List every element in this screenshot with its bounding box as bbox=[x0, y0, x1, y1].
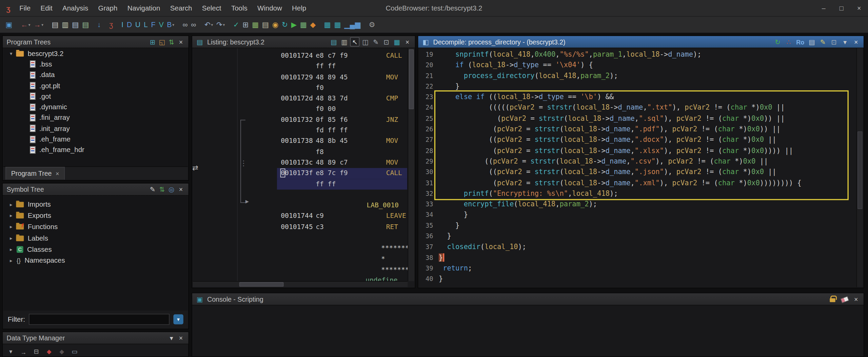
target-icon[interactable]: ◎ bbox=[167, 185, 176, 194]
edit-icon[interactable]: ✎ bbox=[818, 37, 828, 46]
dragon-icon[interactable]: ʒ bbox=[108, 19, 114, 31]
listing-line-00101745[interactable]: 00101745c3RET bbox=[193, 222, 407, 232]
tree-item-init_array[interactable]: .init_array bbox=[3, 123, 188, 134]
decompile-line-28[interactable]: 28 (pcVar2 = strstr(local_18->d_name,".x… bbox=[419, 146, 856, 156]
run-script-icon[interactable]: ▶ bbox=[290, 19, 298, 31]
menu-select[interactable]: Select bbox=[197, 0, 226, 16]
listing-line-00101738[interactable]: 0010173848 8b 45MOV bbox=[193, 136, 407, 147]
dark-tool-icon[interactable]: ◆ bbox=[57, 347, 66, 357]
listing-line[interactable]: undefine bbox=[193, 275, 407, 281]
tab-close-icon[interactable]: × bbox=[56, 170, 59, 177]
letter-i-icon[interactable]: I bbox=[120, 19, 124, 31]
sync-icon[interactable]: ↻ bbox=[773, 37, 783, 46]
expand-arrows-icon[interactable]: ⇅ bbox=[157, 185, 167, 194]
listing-line-00101724[interactable]: 00101724e8 c7 f9CALL bbox=[193, 51, 407, 61]
decompile-line-24[interactable]: 24 (((((pcVar2 = strstr(local_18->d_name… bbox=[419, 103, 856, 114]
memory-map-icon[interactable]: ▦ bbox=[299, 19, 308, 31]
decompile-line-27[interactable]: 27 ((pcVar2 = strstr(local_18->d_name,".… bbox=[419, 135, 856, 146]
listing-line[interactable] bbox=[193, 189, 407, 200]
letter-d-icon[interactable]: D bbox=[125, 19, 133, 31]
ro-button[interactable]: Ro bbox=[795, 37, 806, 46]
listing-line[interactable]: fd ff ff bbox=[193, 125, 407, 136]
cursor-arrow-icon[interactable]: ↖ bbox=[350, 37, 359, 46]
snapshot-icon[interactable]: ⊡ bbox=[382, 37, 391, 46]
decompile-line-22[interactable]: 22 } bbox=[419, 81, 856, 92]
paste-icon[interactable]: ▥ bbox=[61, 19, 70, 31]
validate-icon[interactable]: ✓ bbox=[232, 19, 240, 31]
symbol-tree-item-exports[interactable]: ▸Exports bbox=[3, 210, 188, 221]
decompile-line-29[interactable]: 29 ((pcVar2 = strstr(local_18->d_name,".… bbox=[419, 156, 856, 167]
listing-vscroll-thumb[interactable] bbox=[409, 49, 414, 109]
listing-line[interactable]: f8 bbox=[193, 147, 407, 157]
back-icon[interactable]: ←▾ bbox=[20, 19, 32, 31]
listing-line-0010172d[interactable]: 0010172d48 83 7dCMP bbox=[193, 93, 407, 104]
tree-item-bss[interactable]: .bss bbox=[3, 59, 188, 70]
listing-line-00101732[interactable]: 001017320f 85 f6JNZ bbox=[193, 115, 407, 126]
listing-line[interactable]: f0 00 bbox=[193, 104, 407, 115]
menu-analysis[interactable]: Analysis bbox=[57, 0, 93, 16]
letter-u-icon[interactable]: U bbox=[134, 19, 142, 31]
decompile-line-34[interactable]: 34 } bbox=[419, 210, 856, 221]
decompile-view[interactable]: 19 snprintf(local_418,0x400,"%s/%s",para… bbox=[419, 48, 863, 287]
register-view-icon[interactable]: ▦ bbox=[333, 19, 342, 31]
listing-line[interactable]: ff ff bbox=[193, 61, 407, 72]
filter-config-icon[interactable]: ▼ bbox=[173, 314, 183, 324]
red-tool-icon[interactable]: ◆ bbox=[44, 347, 54, 357]
decompile-line-19[interactable]: 19 snprintf(local_418,0x400,"%s/%s",para… bbox=[419, 49, 856, 60]
forward-icon[interactable]: → bbox=[19, 347, 28, 357]
disassemble-arrow-icon[interactable]: ↓ bbox=[96, 19, 102, 31]
symbol-tree-item-functions[interactable]: ▸fFunctions bbox=[3, 221, 188, 232]
decompile-line-30[interactable]: 30 ((pcVar2 = strstr(local_18->d_name,".… bbox=[419, 167, 856, 178]
script-manager-icon[interactable]: ▦ bbox=[251, 19, 260, 31]
decompile-line-31[interactable]: 31 (pcVar2 = strstr(local_18->d_name,".x… bbox=[419, 178, 856, 189]
notepad-icon[interactable]: ▤ bbox=[261, 19, 270, 31]
expand-arrows-icon[interactable]: ⇅ bbox=[167, 37, 176, 46]
memory-map-icon[interactable]: ▦ bbox=[392, 37, 402, 46]
listing-line[interactable]: ******** bbox=[193, 243, 407, 254]
save-icon[interactable]: ▣ bbox=[4, 19, 14, 31]
graph-icon[interactable]: ∴ bbox=[784, 37, 793, 46]
undo-icon[interactable]: ↶▾ bbox=[203, 19, 214, 31]
coin-icon[interactable]: ◉ bbox=[271, 19, 279, 31]
symbol-tree-item-imports[interactable]: ▸Imports bbox=[3, 199, 188, 210]
tree-item-eh_frame_hdr[interactable]: .eh_frame_hdr bbox=[3, 145, 188, 155]
decompile-line-39[interactable]: 39 return; bbox=[419, 263, 856, 274]
lock-icon[interactable] bbox=[828, 294, 837, 304]
listing-line[interactable]: f0 bbox=[193, 82, 407, 93]
page-refresh-icon[interactable]: ▤ bbox=[81, 19, 90, 31]
gear-icon[interactable]: ⚙ bbox=[368, 19, 376, 31]
menu-tools[interactable]: Tools bbox=[226, 0, 252, 16]
decompile-line-21[interactable]: 21 process_directory(local_418,param_2); bbox=[419, 71, 856, 81]
listing-line-0010173c[interactable]: 0010173c48 89 c7MOV bbox=[193, 157, 407, 168]
listing-view[interactable]: ▶ ⋮ 00101724e8 c7 f9CALLff ff0010172948 … bbox=[193, 48, 414, 281]
decompile-line-23[interactable]: 23 else if ((local_18->d_type == '\b') &… bbox=[419, 92, 856, 103]
columns-icon[interactable]: ◫ bbox=[361, 37, 370, 46]
close-window-icon[interactable]: × bbox=[850, 0, 868, 16]
tree-root-bescrypt[interactable]: ▾bescrypt3.2 bbox=[3, 48, 188, 59]
tree-item-fini_array[interactable]: .fini_array bbox=[3, 112, 188, 123]
letter-f-icon[interactable]: F bbox=[150, 19, 157, 31]
letter-b-icon[interactable]: B▾ bbox=[166, 19, 175, 31]
paste-icon[interactable]: ▥ bbox=[339, 37, 349, 46]
chevron-down-icon[interactable]: ▾ bbox=[840, 37, 850, 46]
refresh-icon[interactable]: ↻ bbox=[281, 19, 289, 31]
close-icon[interactable]: × bbox=[403, 37, 412, 46]
decompile-line-40[interactable]: 40} bbox=[419, 274, 856, 285]
tree-item-dynamic[interactable]: .dynamic bbox=[3, 102, 188, 113]
decompile-line-37[interactable]: 37 closedir(local_10); bbox=[419, 242, 856, 253]
listing-line[interactable]: LAB_0010 bbox=[193, 200, 407, 211]
listing-hscroll-thumb[interactable] bbox=[239, 282, 284, 287]
data-type-icon[interactable]: ◆ bbox=[309, 19, 317, 31]
listing-line[interactable]: * bbox=[193, 254, 407, 265]
listing-line[interactable]: ******** bbox=[193, 264, 407, 275]
menu-file[interactable]: File bbox=[14, 0, 35, 16]
close-icon[interactable]: × bbox=[851, 294, 861, 304]
symbol-tree-item-classes[interactable]: ▸CClasses bbox=[3, 244, 188, 255]
pencil-icon[interactable]: ✎ bbox=[148, 185, 157, 194]
decompile-line-38[interactable]: 38} bbox=[419, 252, 856, 263]
chevron-down-icon[interactable]: ▾ bbox=[167, 333, 176, 343]
listing-line[interactable]: ff ff bbox=[193, 179, 407, 190]
menu-search[interactable]: Search bbox=[165, 0, 197, 16]
console-output[interactable] bbox=[193, 305, 863, 356]
search-program-icon[interactable]: ∞ bbox=[190, 19, 197, 31]
